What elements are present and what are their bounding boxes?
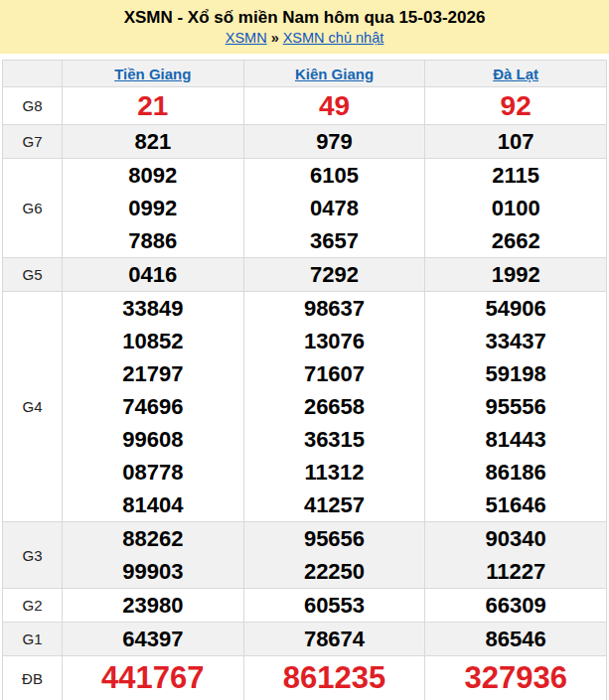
prize-number: 0416 (63, 258, 243, 291)
prize-cell-g3-province-1: 9565622250 (243, 522, 425, 589)
prize-cell-g5-province-0: 0416 (63, 258, 244, 292)
prize-cell-g4-province-2: 54906334375919895556814438618651646 (425, 292, 607, 522)
prize-number: 10852 (63, 325, 243, 357)
province-header-da-lat: Đà Lạt (425, 61, 607, 87)
prize-number: 81404 (63, 489, 243, 521)
prize-row-g8: G8214992 (3, 87, 607, 125)
prize-number: 21797 (63, 357, 243, 390)
prize-row-g1: G1643977867486546 (3, 623, 607, 656)
prize-number: 0100 (425, 192, 606, 224)
province-header-row: Tiền Giang Kiên Giang Đà Lạt (3, 61, 607, 87)
breadcrumb: XSMN»XSMN chủ nhật (4, 29, 605, 48)
prize-number: 21 (63, 87, 243, 124)
prize-cell-g7-province-1: 979 (243, 125, 425, 159)
prize-number: 2662 (425, 224, 606, 257)
prize-row-g4: G433849108522179774696996080877881404986… (3, 292, 607, 522)
prize-row-g2: G2239806055366309 (3, 589, 607, 623)
prize-number: 6105 (244, 159, 425, 192)
prize-row-g6: G6809209927886610504783657211501002662 (3, 159, 607, 258)
prize-number: 54906 (425, 292, 606, 325)
prize-label-g2: G2 (3, 589, 63, 623)
prize-number: 861235 (244, 656, 425, 700)
prize-number: 71607 (244, 357, 425, 390)
prize-cell-g5-province-2: 1992 (425, 258, 607, 292)
province-link-kien-giang[interactable]: Kiên Giang (295, 66, 374, 82)
prize-cell-g3-province-2: 9034011227 (425, 522, 607, 589)
prize-cell-g4-province-0: 33849108522179774696996080877881404 (63, 292, 244, 522)
prize-number: 441767 (63, 656, 243, 700)
prize-row-g5: G5041672921992 (3, 258, 607, 292)
prize-cell-g8-province-2: 92 (425, 87, 607, 125)
prize-number: 33849 (63, 292, 243, 325)
prize-cell-g7-province-2: 107 (425, 125, 607, 159)
prize-number: 1992 (425, 258, 606, 291)
prize-number: 107 (425, 125, 606, 158)
prize-number: 64397 (63, 623, 243, 655)
prize-number: 11312 (244, 456, 425, 489)
prize-cell-db-province-0: 441767 (63, 656, 244, 700)
prize-number: 90340 (425, 522, 606, 555)
prize-cell-g2-province-1: 60553 (243, 589, 425, 623)
prize-row-g3: G3882629990395656222509034011227 (3, 522, 607, 589)
prize-number: 74696 (63, 390, 243, 423)
prize-number: 26658 (244, 390, 425, 423)
prize-cell-db-province-2: 327936 (425, 656, 607, 700)
lottery-results-table: Tiền Giang Kiên Giang Đà Lạt G8214992G78… (2, 60, 607, 700)
prize-number: 95556 (425, 390, 606, 423)
prize-cell-g3-province-0: 8826299903 (63, 522, 244, 589)
prize-label-g7: G7 (3, 125, 63, 159)
prize-number: 979 (244, 125, 425, 158)
prize-number: 88262 (63, 522, 243, 555)
prize-row-g7: G7821979107 (3, 125, 607, 159)
prize-number: 81443 (425, 423, 606, 456)
province-link-tien-giang[interactable]: Tiền Giang (114, 66, 191, 82)
breadcrumb-link-xsmn[interactable]: XSMN (226, 30, 267, 46)
prize-number: 95656 (244, 522, 425, 555)
prize-label-g4: G4 (3, 292, 63, 522)
prize-number: 0992 (63, 192, 243, 224)
prize-cell-g8-province-0: 21 (63, 87, 244, 125)
prize-cell-g6-province-2: 211501002662 (425, 159, 607, 258)
prize-cell-g6-province-0: 809209927886 (63, 159, 244, 258)
prize-cell-g4-province-1: 98637130767160726658363151131241257 (243, 292, 425, 522)
prize-number: 66309 (425, 589, 606, 622)
prize-column-header (3, 61, 63, 87)
prize-cell-g1-province-2: 86546 (425, 623, 607, 656)
prize-number: 36315 (244, 423, 425, 456)
prize-number: 7886 (63, 224, 243, 257)
province-link-da-lat[interactable]: Đà Lạt (493, 66, 538, 82)
prize-number: 98637 (244, 292, 425, 325)
prize-table-body: G8214992G7821979107G68092099278866105047… (3, 87, 607, 700)
prize-label-g3: G3 (3, 522, 63, 589)
prize-number: 41257 (244, 489, 425, 521)
prize-cell-g6-province-1: 610504783657 (243, 159, 425, 258)
prize-cell-g1-province-1: 78674 (243, 623, 425, 656)
prize-cell-g7-province-0: 821 (63, 125, 244, 159)
prize-cell-g1-province-0: 64397 (63, 623, 244, 656)
prize-number: 23980 (63, 589, 243, 622)
prize-number: 59198 (425, 357, 606, 390)
prize-number: 13076 (244, 325, 425, 357)
prize-number: 51646 (425, 489, 606, 521)
province-header-kien-giang: Kiên Giang (243, 61, 425, 87)
prize-cell-g2-province-2: 66309 (425, 589, 607, 623)
prize-number: 49 (244, 87, 425, 124)
prize-number: 08778 (63, 456, 243, 489)
prize-number: 60553 (244, 589, 425, 622)
prize-cell-g5-province-1: 7292 (243, 258, 425, 292)
prize-cell-g8-province-1: 49 (243, 87, 425, 125)
breadcrumb-link-xsmn-chu-nhat[interactable]: XSMN chủ nhật (283, 30, 384, 46)
prize-number: 327936 (425, 656, 606, 700)
prize-label-g5: G5 (3, 258, 63, 292)
prize-number: 0478 (244, 192, 425, 224)
prize-cell-db-province-1: 861235 (243, 656, 425, 700)
prize-number: 86186 (425, 456, 606, 489)
prize-label-g8: G8 (3, 87, 63, 125)
province-header-tien-giang: Tiền Giang (63, 61, 244, 87)
breadcrumb-separator: » (271, 30, 279, 46)
prize-label-g1: G1 (3, 623, 63, 656)
prize-row-db: ĐB441767861235327936 (3, 656, 607, 700)
prize-number: 22250 (244, 555, 425, 588)
prize-label-g6: G6 (3, 159, 63, 258)
prize-label-db: ĐB (3, 656, 63, 700)
